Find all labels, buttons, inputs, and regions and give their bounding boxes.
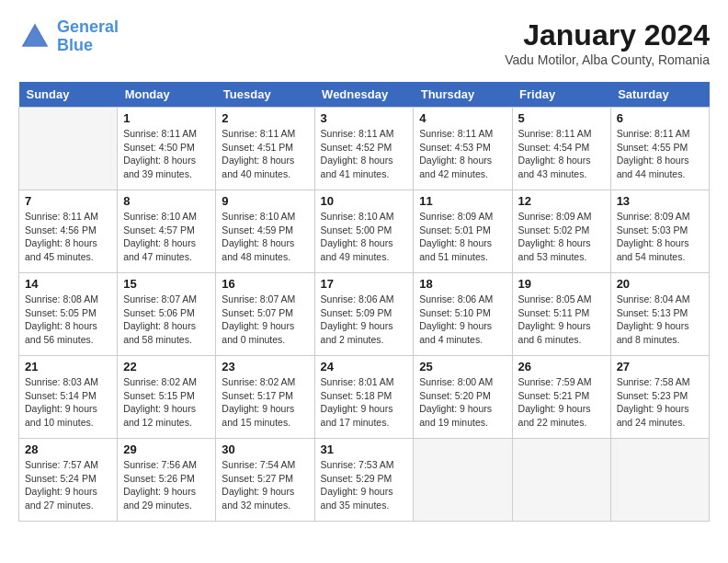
day-info: Sunrise: 8:11 AMSunset: 4:52 PMDaylight:… (321, 127, 408, 181)
location: Vadu Motilor, Alba County, Romania (505, 52, 710, 67)
logo-line2: Blue (57, 36, 93, 54)
header-tuesday: Tuesday (216, 82, 314, 108)
day-info: Sunrise: 8:07 AMSunset: 5:07 PMDaylight:… (222, 293, 308, 347)
day-cell: 20 Sunrise: 8:04 AMSunset: 5:13 PMDaylig… (610, 273, 709, 356)
header-monday: Monday (118, 82, 216, 108)
day-info: Sunrise: 8:09 AMSunset: 5:03 PMDaylight:… (617, 210, 703, 264)
day-cell: 25 Sunrise: 8:00 AMSunset: 5:20 PMDaylig… (414, 356, 512, 439)
day-info: Sunrise: 8:00 AMSunset: 5:20 PMDaylight:… (419, 375, 506, 430)
day-number: 28 (25, 442, 111, 456)
day-number: 18 (419, 277, 506, 291)
day-info: Sunrise: 8:01 AMSunset: 5:18 PMDaylight:… (321, 375, 408, 430)
day-cell: 22 Sunrise: 8:02 AMSunset: 5:15 PMDaylig… (118, 356, 216, 439)
day-cell: 3 Sunrise: 8:11 AMSunset: 4:52 PMDayligh… (314, 108, 414, 190)
day-cell: 26 Sunrise: 7:59 AMSunset: 5:21 PMDaylig… (512, 356, 610, 439)
day-info: Sunrise: 7:58 AMSunset: 5:23 PMDaylight:… (617, 375, 703, 430)
day-cell: 28 Sunrise: 7:57 AMSunset: 5:24 PMDaylig… (19, 439, 118, 522)
day-cell (19, 108, 118, 190)
day-info: Sunrise: 8:03 AMSunset: 5:14 PMDaylight:… (25, 375, 111, 430)
header-friday: Friday (512, 82, 610, 108)
day-cell: 27 Sunrise: 7:58 AMSunset: 5:23 PMDaylig… (610, 356, 709, 439)
day-cell: 1 Sunrise: 8:11 AMSunset: 4:50 PMDayligh… (118, 108, 216, 190)
day-number: 15 (123, 277, 210, 291)
calendar-header-row: Sunday Monday Tuesday Wednesday Thursday… (19, 82, 710, 108)
day-info: Sunrise: 8:07 AMSunset: 5:06 PMDaylight:… (123, 293, 210, 347)
day-cell: 11 Sunrise: 8:09 AMSunset: 5:01 PMDaylig… (414, 190, 512, 273)
week-row-0: 1 Sunrise: 8:11 AMSunset: 4:50 PMDayligh… (19, 108, 710, 190)
day-info: Sunrise: 8:09 AMSunset: 5:01 PMDaylight:… (419, 210, 506, 264)
day-info: Sunrise: 7:59 AMSunset: 5:21 PMDaylight:… (518, 375, 605, 430)
week-row-4: 28 Sunrise: 7:57 AMSunset: 5:24 PMDaylig… (19, 439, 710, 522)
day-number: 2 (222, 111, 308, 125)
day-cell: 17 Sunrise: 8:06 AMSunset: 5:09 PMDaylig… (314, 273, 414, 356)
day-number: 1 (123, 111, 210, 125)
header-wednesday: Wednesday (314, 82, 414, 108)
header-sunday: Sunday (19, 82, 118, 108)
day-number: 4 (419, 111, 506, 125)
header-thursday: Thursday (414, 82, 512, 108)
header-saturday: Saturday (610, 82, 709, 108)
day-info: Sunrise: 8:05 AMSunset: 5:11 PMDaylight:… (518, 293, 605, 347)
day-number: 14 (25, 277, 111, 291)
week-row-2: 14 Sunrise: 8:08 AMSunset: 5:05 PMDaylig… (19, 273, 710, 356)
week-row-3: 21 Sunrise: 8:03 AMSunset: 5:14 PMDaylig… (19, 356, 710, 439)
day-info: Sunrise: 8:11 AMSunset: 4:55 PMDaylight:… (617, 127, 703, 181)
day-cell: 8 Sunrise: 8:10 AMSunset: 4:57 PMDayligh… (118, 190, 216, 273)
day-cell: 31 Sunrise: 7:53 AMSunset: 5:29 PMDaylig… (314, 439, 414, 522)
day-cell: 19 Sunrise: 8:05 AMSunset: 5:11 PMDaylig… (512, 273, 610, 356)
day-number: 22 (123, 360, 210, 373)
day-cell: 18 Sunrise: 8:06 AMSunset: 5:10 PMDaylig… (414, 273, 512, 356)
day-cell (610, 439, 709, 522)
logo: General Blue (18, 18, 119, 55)
day-number: 31 (321, 442, 408, 456)
day-cell: 7 Sunrise: 8:11 AMSunset: 4:56 PMDayligh… (19, 190, 118, 273)
day-number: 24 (321, 360, 408, 373)
day-info: Sunrise: 8:04 AMSunset: 5:13 PMDaylight:… (617, 293, 703, 347)
day-number: 13 (617, 194, 703, 208)
day-cell: 9 Sunrise: 8:10 AMSunset: 4:59 PMDayligh… (216, 190, 314, 273)
day-number: 25 (419, 360, 506, 373)
day-info: Sunrise: 8:11 AMSunset: 4:51 PMDaylight:… (222, 127, 308, 181)
day-number: 26 (518, 360, 605, 373)
day-number: 9 (222, 194, 308, 208)
day-cell: 15 Sunrise: 8:07 AMSunset: 5:06 PMDaylig… (118, 273, 216, 356)
day-cell: 21 Sunrise: 8:03 AMSunset: 5:14 PMDaylig… (19, 356, 118, 439)
month-title: January 2024 (505, 18, 710, 52)
week-row-1: 7 Sunrise: 8:11 AMSunset: 4:56 PMDayligh… (19, 190, 710, 273)
day-info: Sunrise: 8:10 AMSunset: 4:57 PMDaylight:… (123, 210, 210, 264)
day-info: Sunrise: 8:08 AMSunset: 5:05 PMDaylight:… (25, 293, 111, 347)
day-number: 8 (123, 194, 210, 208)
day-info: Sunrise: 7:56 AMSunset: 5:26 PMDaylight:… (123, 458, 210, 512)
day-number: 23 (222, 360, 308, 373)
calendar-table: Sunday Monday Tuesday Wednesday Thursday… (18, 82, 710, 522)
day-info: Sunrise: 7:57 AMSunset: 5:24 PMDaylight:… (25, 458, 111, 512)
day-number: 11 (419, 194, 506, 208)
day-cell: 24 Sunrise: 8:01 AMSunset: 5:18 PMDaylig… (314, 356, 414, 439)
day-info: Sunrise: 8:11 AMSunset: 4:50 PMDaylight:… (123, 127, 210, 181)
day-info: Sunrise: 7:54 AMSunset: 5:27 PMDaylight:… (222, 458, 308, 512)
day-cell: 16 Sunrise: 8:07 AMSunset: 5:07 PMDaylig… (216, 273, 314, 356)
day-number: 19 (518, 277, 605, 291)
day-number: 16 (222, 277, 308, 291)
logo-text: General Blue (57, 18, 119, 55)
day-cell: 14 Sunrise: 8:08 AMSunset: 5:05 PMDaylig… (19, 273, 118, 356)
day-number: 17 (321, 277, 408, 291)
day-cell: 23 Sunrise: 8:02 AMSunset: 5:17 PMDaylig… (216, 356, 314, 439)
day-cell: 5 Sunrise: 8:11 AMSunset: 4:54 PMDayligh… (512, 108, 610, 190)
page-header: General Blue January 2024 Vadu Motilor, … (18, 18, 710, 67)
day-cell: 30 Sunrise: 7:54 AMSunset: 5:27 PMDaylig… (216, 439, 314, 522)
day-number: 21 (25, 360, 111, 373)
day-info: Sunrise: 8:09 AMSunset: 5:02 PMDaylight:… (518, 210, 605, 264)
day-number: 12 (518, 194, 605, 208)
day-info: Sunrise: 8:11 AMSunset: 4:54 PMDaylight:… (518, 127, 605, 181)
day-number: 6 (617, 111, 703, 125)
day-cell (414, 439, 512, 522)
day-info: Sunrise: 8:10 AMSunset: 4:59 PMDaylight:… (222, 210, 308, 264)
day-cell: 6 Sunrise: 8:11 AMSunset: 4:55 PMDayligh… (610, 108, 709, 190)
day-number: 29 (123, 442, 210, 456)
day-number: 10 (321, 194, 408, 208)
day-cell: 4 Sunrise: 8:11 AMSunset: 4:53 PMDayligh… (414, 108, 512, 190)
day-info: Sunrise: 8:06 AMSunset: 5:10 PMDaylight:… (419, 293, 506, 347)
day-info: Sunrise: 8:10 AMSunset: 5:00 PMDaylight:… (321, 210, 408, 264)
day-number: 20 (617, 277, 703, 291)
